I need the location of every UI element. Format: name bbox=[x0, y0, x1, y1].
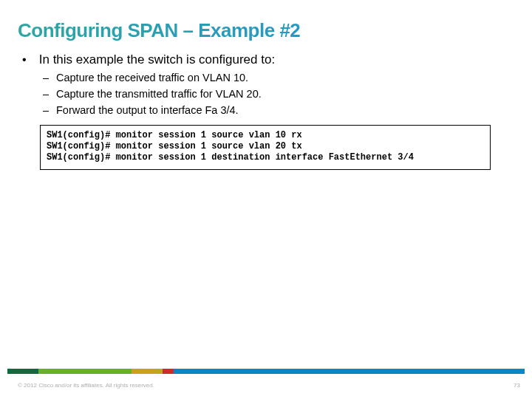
code-line-2: SW1(config)# monitor session 1 source vl… bbox=[47, 141, 302, 151]
slide-title: Configuring SPAN – Example #2 bbox=[18, 19, 300, 42]
bar-segment-yellow bbox=[132, 369, 163, 374]
code-line-3: SW1(config)# monitor session 1 destinati… bbox=[47, 152, 414, 163]
intro-text: In this example the switch is configured… bbox=[39, 52, 275, 66]
cli-code-block: SW1(config)# monitor session 1 source vl… bbox=[40, 125, 491, 170]
copyright-text: © 2012 Cisco and/or its affiliates. All … bbox=[18, 382, 154, 389]
sub-bullet-3-text: Forward the output to interface Fa 3/4. bbox=[56, 104, 239, 116]
slide: Configuring SPAN – Example #2 In this ex… bbox=[0, 0, 532, 399]
code-line-1: SW1(config)# monitor session 1 source vl… bbox=[47, 130, 302, 140]
bar-segment-red bbox=[163, 369, 174, 374]
sub-bullet-1: Capture the received traffic on VLAN 10. bbox=[43, 72, 514, 83]
intro-bullet: In this example the switch is configured… bbox=[22, 52, 514, 116]
bar-segment-blue bbox=[174, 369, 525, 374]
sub-bullet-3: Forward the output to interface Fa 3/4. bbox=[43, 104, 514, 116]
sub-bullet-2-text: Capture the transmitted traffic for VLAN… bbox=[56, 88, 262, 100]
sub-bullet-list: Capture the received traffic on VLAN 10.… bbox=[22, 72, 514, 116]
slide-body: In this example the switch is configured… bbox=[18, 52, 514, 170]
sub-bullet-1-text: Capture the received traffic on VLAN 10. bbox=[56, 72, 248, 83]
footer-color-bar bbox=[7, 369, 525, 374]
bar-segment-green bbox=[38, 369, 132, 374]
bar-segment-darkgreen bbox=[7, 369, 38, 374]
top-bullet-list: In this example the switch is configured… bbox=[18, 52, 514, 116]
page-number: 73 bbox=[514, 382, 520, 389]
sub-bullet-2: Capture the transmitted traffic for VLAN… bbox=[43, 88, 514, 100]
